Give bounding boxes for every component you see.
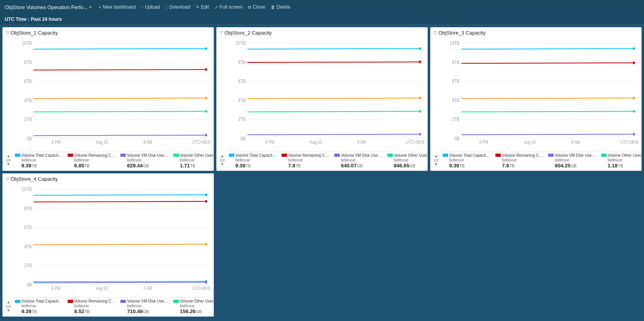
legend-header-0: Volume Total Capacit... — [15, 299, 64, 303]
new-dashboard-button[interactable]: + New dashboard — [96, 3, 138, 11]
svg-text:6 AM: 6 AM — [144, 139, 152, 145]
chart-area: 10TB8TB6TB4TB2TB0B6 PMAug 106 AMUTC+08:0… — [3, 37, 213, 151]
resize-handle[interactable]: ⤡ — [423, 165, 427, 170]
svg-point-43 — [419, 97, 421, 99]
svg-line-94 — [33, 244, 206, 244]
resize-handle[interactable]: ⤡ — [210, 165, 213, 170]
legend-header-1: Volume Remaining Cap... — [495, 153, 545, 158]
legend-color-1 — [68, 154, 73, 157]
page-down-arrow[interactable]: ▼ — [7, 162, 10, 167]
svg-text:6 PM: 6 PM — [479, 139, 488, 145]
svg-line-98 — [33, 282, 206, 282]
legend-color-2 — [548, 154, 554, 157]
svg-point-71 — [633, 110, 635, 113]
svg-text:6 AM: 6 AM — [144, 285, 152, 290]
clone-label: Clone — [253, 4, 265, 10]
legend-label-3: Volume Other Used Ca... — [394, 153, 428, 158]
svg-text:10TB: 10TB — [450, 40, 460, 46]
filter-icon: ▽ — [220, 30, 223, 35]
svg-text:6TB: 6TB — [24, 224, 31, 231]
svg-line-68 — [461, 98, 634, 99]
legend-label-1: Volume Remaining Cap... — [74, 299, 117, 303]
legend-row: Volume Total Capacit... bellevue 9.39TB … — [226, 152, 428, 169]
page-up-arrow[interactable]: ▲ — [434, 154, 438, 158]
svg-point-19 — [205, 110, 207, 113]
legend-sub-3: bellevue — [601, 158, 642, 162]
legend-color-3 — [173, 300, 179, 303]
svg-line-96 — [33, 281, 206, 281]
legend-value-3: 1.71TB — [173, 163, 214, 169]
page-down-arrow[interactable]: ▼ — [7, 308, 10, 313]
svg-point-93 — [205, 200, 207, 203]
page-down-arrow[interactable]: ▼ — [221, 162, 224, 167]
svg-point-15 — [205, 68, 207, 71]
download-button[interactable]: ↓ Download — [163, 3, 193, 11]
legend-header-3: Volume Other Used Ca... — [601, 153, 642, 158]
svg-line-16 — [33, 98, 206, 99]
legend-header-0: Volume Total Capacit... — [229, 153, 278, 158]
legend-row: Volume Total Capacit... bellevue 9.39TB … — [440, 152, 642, 169]
delete-label: Delete — [277, 4, 291, 10]
upload-button[interactable]: ↑ Upload — [139, 3, 163, 11]
legend-item-0: Volume Total Capacit... bellevue 9.39TB — [15, 153, 64, 169]
legend-item-3: Volume Other Used Ca... bellevue 1.18TB — [601, 153, 642, 169]
legend-color-2 — [120, 300, 126, 303]
svg-line-38 — [247, 49, 420, 49]
legend-label-1: Volume Remaining Cap... — [288, 153, 331, 158]
time-value: Past 24 hours — [31, 17, 62, 22]
fullscreen-button[interactable]: ⤢ Full screen — [212, 3, 245, 11]
legend-label-2: Volume VM Disk Used ... — [127, 299, 170, 303]
legend-value-0: 9.39TB — [443, 163, 492, 169]
legend-header-2: Volume VM Disk Used ... — [334, 153, 384, 158]
legend-item-1: Volume Remaining Cap... bellevue 7.8TB — [282, 153, 331, 169]
legend-unit-3: TB — [190, 164, 195, 168]
legend-sub-2: bellevue — [548, 158, 598, 162]
resize-handle[interactable]: ⤡ — [210, 311, 213, 315]
svg-line-90 — [33, 194, 206, 195]
filter-icon: ▽ — [434, 30, 437, 35]
svg-point-73 — [633, 133, 635, 136]
svg-text:6 PM: 6 PM — [265, 139, 274, 145]
legend-value-3: 156.26GB — [173, 308, 214, 314]
edit-icon: ✎ — [196, 5, 199, 10]
legend-sub-2: bellevue — [120, 158, 170, 162]
legend-header-3: Volume Other Used Ca... — [173, 153, 214, 158]
legend-row: Volume Total Capacit... bellevue 9.39TB … — [13, 297, 214, 315]
legend-item-0: Volume Total Capacit... bellevue 9.39TB — [229, 153, 278, 169]
legend-unit-2: GB — [571, 164, 576, 168]
legend-label-0: Volume Total Capacit... — [236, 153, 276, 158]
clone-button[interactable]: ⧉ Clone — [246, 3, 267, 11]
legend-item-1: Volume Remaining Cap... bellevue 6.85TB — [68, 153, 117, 169]
legend-unit-3: GB — [196, 310, 201, 314]
legend-item-2: Volume VM Disk Used ... bellevue 640.07G… — [334, 153, 384, 169]
dashboard-grid: ▽ ObjStore_1 Capacity 10TB8TB6TB4TB2TB0B… — [0, 25, 644, 319]
svg-text:UTC+08:00: UTC+08:00 — [192, 285, 210, 290]
legend-sub-0: bellevue — [443, 158, 492, 162]
page-up-arrow[interactable]: ▲ — [7, 300, 10, 304]
title-chevron[interactable]: ▾ — [89, 4, 92, 10]
delete-button[interactable]: 🗑 Delete — [269, 3, 293, 11]
svg-line-64 — [461, 49, 634, 49]
resize-handle[interactable]: ⤡ — [637, 165, 640, 170]
page-up-arrow[interactable]: ▲ — [7, 154, 10, 158]
page-indicator: ▲ 1/2 ▼ — [432, 154, 440, 167]
legend-label-2: Volume VM Disk Used ... — [127, 153, 170, 158]
svg-text:6TB: 6TB — [452, 78, 459, 84]
svg-point-99 — [205, 281, 207, 284]
legend-unit-0: TB — [32, 310, 37, 314]
legend-header-1: Volume Remaining Cap... — [68, 153, 117, 158]
legend-unit-2: GB — [357, 164, 362, 168]
page-down-arrow[interactable]: ▼ — [434, 162, 438, 167]
legend-sub-1: bellevue — [282, 158, 331, 162]
legend-row: Volume Total Capacit... bellevue 9.39TB … — [13, 152, 214, 169]
legend-value-3: 1.18TB — [601, 163, 642, 169]
svg-line-40 — [247, 62, 420, 62]
bottom-row: ▲ 1/2 ▼ Volume Total Capacit... bellevue… — [217, 151, 427, 171]
legend-item-1: Volume Remaining Cap... bellevue 7.6TB — [495, 153, 545, 169]
time-prefix: UTC Time : — [5, 17, 31, 22]
legend-sub-3: bellevue — [173, 304, 214, 308]
page-up-arrow[interactable]: ▲ — [221, 154, 224, 158]
page-indicator: ▲ 1/2 ▼ — [218, 154, 226, 167]
edit-button[interactable]: ✎ Edit — [193, 3, 212, 11]
svg-text:8TB: 8TB — [238, 59, 245, 66]
